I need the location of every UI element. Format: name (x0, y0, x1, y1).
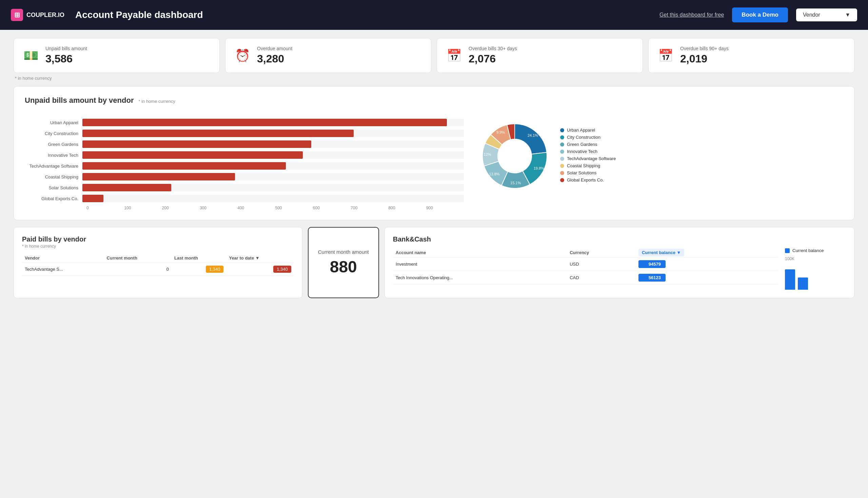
app-header: ⊞ COUPLER.IO Account Payable dashboard G… (0, 0, 868, 30)
get-dashboard-link[interactable]: Get this dashboard for free (659, 12, 724, 18)
paid-bills-title: Paid bills by vendor (22, 235, 294, 243)
overdue-icon: ⏰ (235, 49, 250, 63)
vendor-dropdown[interactable]: Vendor ▼ (796, 9, 857, 21)
bar-axis: 0100200300400500600700800900 (86, 206, 464, 210)
kpi-unpaid-label: Unpaid bills amount (45, 46, 87, 51)
bar-fill (82, 151, 303, 159)
legend-dot (560, 149, 564, 154)
current-month-value: 880 (330, 258, 357, 276)
bar-row: Coastal Shipping (25, 173, 464, 181)
donut-label: 13.8% (489, 172, 499, 176)
current-month-card: Current month amount 880 (308, 227, 379, 298)
donut-legend: Urban ApparelCity ConstructionGreen Gard… (560, 128, 616, 185)
bar-label: TechAdvantage Software (25, 163, 82, 169)
bank-table: Account name Currency Current balance ▼ … (393, 248, 778, 285)
bar-fill (82, 141, 311, 148)
bottom-row: Paid bills by vendor * in home currency … (14, 227, 854, 298)
col-last-month: Last month (172, 253, 226, 263)
axis-tick: 500 (275, 206, 312, 210)
kpi-unpaid-value: 3,586 (45, 53, 87, 65)
axis-tick: 400 (237, 206, 275, 210)
kpi-unpaid-bills: 💵 Unpaid bills amount 3,586 (14, 38, 220, 73)
bar-row: Innovative Tech (25, 151, 464, 159)
axis-tick: 100 (124, 206, 162, 210)
kpi-overdue-90: 📅 Overdue bills 90+ days 2,019 (648, 38, 854, 73)
unpaid-bills-chart-section: Unpaid bills amount by vendor * in home … (14, 86, 854, 220)
legend-dot (560, 171, 564, 175)
table-row: TechAdvantage S... 0 1,340 1,340 (22, 263, 294, 276)
logo-icon: ⊞ (11, 9, 23, 21)
axis-tick: 300 (200, 206, 237, 210)
legend-item: Global Exports Co. (560, 178, 616, 183)
donut-label: 15.1% (510, 181, 521, 185)
paid-bills-subtitle: * in home currency (22, 244, 294, 249)
legend-label: Innovative Tech (567, 149, 598, 154)
main-content: 💵 Unpaid bills amount 3,586 ⏰ Overdue am… (0, 30, 868, 306)
bar-fill (82, 184, 171, 191)
legend-dot (560, 143, 564, 146)
kpi-overdue: ⏰ Overdue amount 3,280 (225, 38, 431, 73)
bank-title: Bank&Cash (393, 235, 846, 243)
mini-bar-2 (798, 277, 808, 290)
donut-center (498, 140, 531, 172)
bar-label: Coastal Shipping (25, 174, 82, 180)
legend-dot (560, 178, 564, 182)
legend-label: City Construction (567, 135, 600, 140)
legend-item: Urban Apparel (560, 128, 616, 133)
bank-col-account: Account name (393, 248, 567, 258)
bar-row: Green Gardens (25, 141, 464, 148)
bar-fill (82, 130, 353, 137)
overdue-30-icon: 📅 (446, 49, 462, 63)
kpi-row: 💵 Unpaid bills amount 3,586 ⏰ Overdue am… (14, 38, 854, 73)
bar-row: Global Exports Co. (25, 195, 464, 202)
current-month-label: Current month amount (318, 249, 369, 255)
mini-bar-chart: Current balance 100K (785, 248, 846, 290)
kpi-overdue-90-value: 2,019 (680, 53, 729, 65)
bar-row: TechAdvantage Software (25, 162, 464, 170)
legend-item: City Construction (560, 135, 616, 140)
vendor-dropdown-label: Vendor (803, 12, 820, 18)
mini-bar-legend-label: Current balance (792, 248, 824, 253)
bar-label: Global Exports Co. (25, 196, 82, 201)
chart-container: Urban ApparelCity ConstructionGreen Gard… (25, 119, 843, 210)
chevron-down-icon: ▼ (845, 12, 850, 18)
bank-cell-account: Investment (393, 258, 567, 271)
bar-label: Green Gardens (25, 142, 82, 147)
legend-dot (560, 164, 564, 168)
unpaid-bills-icon: 💵 (23, 49, 39, 63)
legend-label: TechAdvantage Software (567, 156, 616, 161)
legend-label: Global Exports Co. (567, 178, 604, 183)
kpi-overdue-30: 📅 Overdue bills 30+ days 2,076 (437, 38, 643, 73)
bar-fill (82, 195, 103, 202)
bank-cell-currency: USD (567, 258, 636, 271)
legend-label: Solar Solutions (567, 170, 597, 175)
donut-section: 24.1%19.8%15.1%13.8%12%9.9% Urban Appare… (477, 119, 843, 193)
logo-text: COUPLER.IO (26, 12, 64, 19)
cell-ytd: 1,340 (226, 263, 294, 276)
donut-label: 24.1% (528, 133, 538, 137)
legend-item: TechAdvantage Software (560, 156, 616, 161)
donut-chart: 24.1%19.8%15.1%13.8%12%9.9% (477, 119, 552, 193)
donut-label: 12% (483, 152, 491, 156)
book-demo-button[interactable]: Book a Demo (732, 8, 788, 22)
bar-label: City Construction (25, 131, 82, 136)
bank-col-balance: Current balance ▼ (636, 248, 778, 258)
bar-chart: Urban ApparelCity ConstructionGreen Gard… (25, 119, 464, 210)
bar-bg (82, 151, 464, 159)
bar-bg (82, 130, 464, 137)
col-current-month: Current month (104, 253, 172, 263)
axis-tick: 700 (351, 206, 388, 210)
cell-last: 1,340 (172, 263, 226, 276)
bar-bg (82, 195, 464, 202)
mini-bar-legend: Current balance (785, 248, 846, 253)
bank-row: Investment USD 94579 (393, 258, 778, 271)
bar-bg (82, 162, 464, 170)
legend-dot (560, 135, 564, 140)
donut-label: 19.8% (534, 166, 544, 170)
legend-label: Urban Apparel (567, 128, 595, 133)
legend-dot (560, 128, 564, 132)
kpi-overdue-label: Overdue amount (257, 46, 292, 51)
donut-label: 9.9% (496, 130, 505, 134)
bar-bg (82, 141, 464, 148)
axis-tick: 800 (388, 206, 426, 210)
